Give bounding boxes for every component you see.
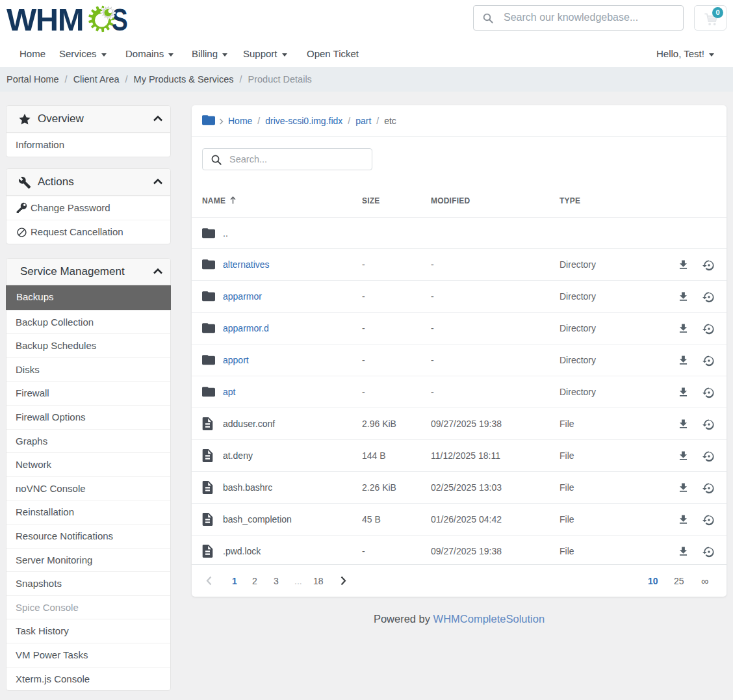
- svg-text:WHM: WHM: [6, 5, 83, 37]
